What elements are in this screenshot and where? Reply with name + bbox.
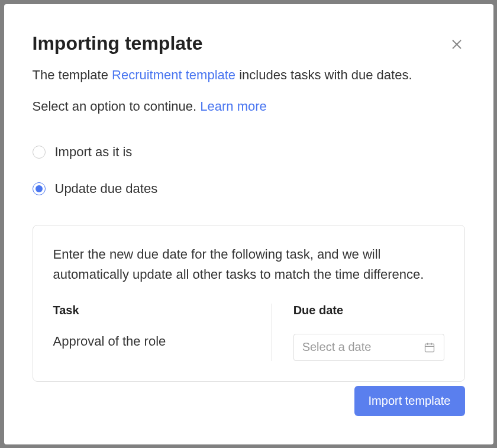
- svg-rect-2: [425, 344, 434, 352]
- due-date-column: Due date: [272, 304, 444, 361]
- radio-label: Update due dates: [55, 181, 158, 196]
- radio-option-update-due-dates[interactable]: Update due dates: [33, 181, 465, 196]
- due-date-input-wrapper[interactable]: [293, 334, 444, 361]
- modal-title: Importing template: [33, 33, 465, 54]
- task-column: Task Approval of the role: [53, 304, 272, 361]
- modal-footer: Import template: [354, 386, 465, 416]
- radio-label: Import as it is: [55, 144, 133, 160]
- close-button[interactable]: [448, 37, 465, 54]
- calendar-icon: [424, 341, 435, 353]
- due-date-column-header: Due date: [293, 304, 444, 317]
- prompt-prefix: Select an option to continue.: [33, 99, 201, 114]
- modal-description: The template Recruitment template includ…: [33, 65, 465, 85]
- modal-prompt: Select an option to continue. Learn more: [33, 96, 465, 116]
- close-icon: [450, 37, 464, 53]
- radio-inner-dot: [36, 185, 43, 192]
- template-link[interactable]: Recruitment template: [112, 67, 235, 82]
- panel-instruction: Enter the new due date for the following…: [53, 244, 444, 285]
- import-template-button[interactable]: Import template: [354, 386, 465, 416]
- radio-option-import-as-is[interactable]: Import as it is: [33, 144, 465, 160]
- learn-more-link[interactable]: Learn more: [200, 99, 267, 114]
- radio-indicator: [33, 146, 46, 159]
- radio-indicator: [33, 182, 46, 195]
- import-template-modal: Importing template The template Recruitm…: [4, 4, 493, 444]
- panel-columns: Task Approval of the role Due date: [53, 304, 444, 361]
- task-column-header: Task: [53, 304, 260, 317]
- import-options-radio-group: Import as it is Update due dates: [33, 144, 465, 196]
- task-name: Approval of the role: [53, 334, 260, 349]
- description-suffix: includes tasks with due dates.: [235, 67, 412, 82]
- description-prefix: The template: [33, 67, 112, 82]
- due-date-panel: Enter the new due date for the following…: [33, 225, 465, 382]
- due-date-input[interactable]: [302, 340, 424, 354]
